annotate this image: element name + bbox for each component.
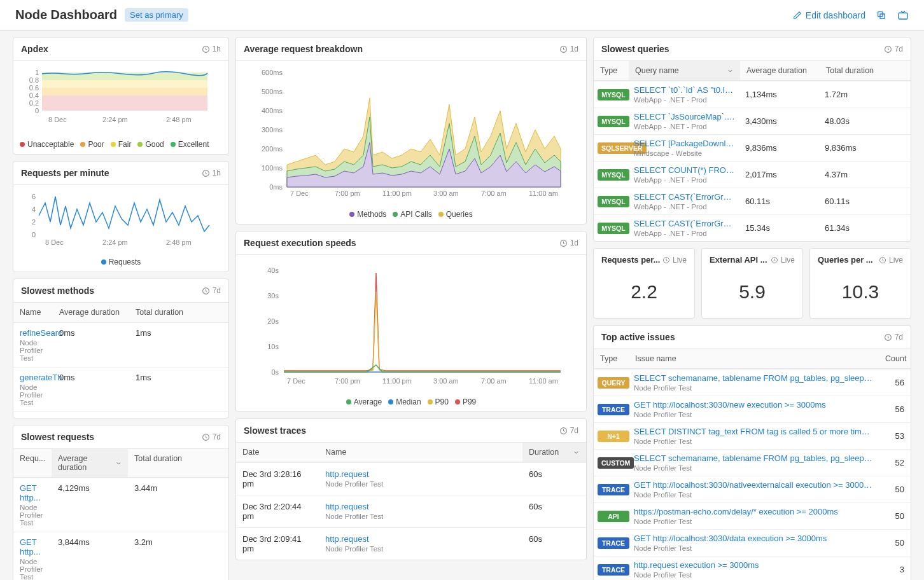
card-title: Slowest queries bbox=[601, 44, 669, 54]
svg-text:7:00 pm: 7:00 pm bbox=[335, 377, 360, 385]
svg-text:0.8: 0.8 bbox=[29, 76, 39, 84]
method-link[interactable]: doSlowTra bbox=[20, 417, 46, 418]
table-row[interactable]: MYSQL SELECT `t0`.`Id` AS "t0.Id" FRO...… bbox=[594, 81, 911, 107]
request-link[interactable]: GET http... bbox=[20, 483, 45, 502]
issue-badge: QUERY bbox=[598, 377, 629, 389]
slowest-methods-card: Slowest methods 7d Name Average duration… bbox=[13, 279, 229, 418]
table-row[interactable]: Dec 3rd 3:28:16 pm http.requestNode Prof… bbox=[236, 462, 586, 495]
table-row[interactable]: TRACE GET http://localhost:3030/new exec… bbox=[594, 396, 911, 422]
svg-text:8 Dec: 8 Dec bbox=[45, 238, 64, 246]
table-row[interactable]: N+1 SELECT DISTINCT tag_text FROM tag is… bbox=[594, 422, 911, 449]
query-link[interactable]: SELECT CAST(`ErrorGroup`.`Id... bbox=[634, 219, 735, 228]
request-link[interactable]: GET http... bbox=[20, 537, 45, 556]
issue-link[interactable]: https://postman-echo.com/delay/* executi… bbox=[634, 507, 874, 516]
table-row[interactable]: doSlowTra bbox=[13, 411, 228, 418]
breakdown-chart[interactable]: 600ms 500ms 400ms 300ms 200ms 100ms 0ms … bbox=[242, 66, 580, 200]
issue-link[interactable]: SELECT schemaname, tablename FROM pg_tab… bbox=[634, 373, 874, 383]
query-link[interactable]: SELECT CAST(`ErrorGroup`.`Id... bbox=[634, 192, 735, 202]
clock-icon bbox=[202, 45, 210, 53]
svg-text:2:48 pm: 2:48 pm bbox=[166, 238, 192, 246]
table-row[interactable]: MYSQL SELECT `JsSourceMap`.`Id` AS ...We… bbox=[594, 107, 911, 134]
table-row[interactable]: CUSTOM SELECT schemaname, tablename FROM… bbox=[594, 449, 911, 476]
legend-item: Fair bbox=[111, 140, 132, 149]
table-row[interactable]: API https://postman-echo.com/delay/* exe… bbox=[594, 502, 911, 529]
metric-value: 10.3 bbox=[810, 271, 911, 318]
legend-item: Excellent bbox=[171, 140, 209, 149]
svg-text:0.6: 0.6 bbox=[29, 84, 39, 92]
clock-icon bbox=[559, 45, 568, 53]
time-range[interactable]: 7d bbox=[202, 286, 221, 295]
time-range[interactable]: 1d bbox=[559, 45, 578, 53]
avg-breakdown-card: Average request breakdown 1d 600ms 500ms… bbox=[235, 37, 587, 224]
table-row[interactable]: GET http...Node Profiler Test 4,129ms 3.… bbox=[13, 478, 228, 532]
table-row[interactable]: GET http...Node Profiler Test 3,844ms 3.… bbox=[13, 532, 228, 580]
query-link[interactable]: SELECT `JsSourceMap`.`Id` AS ... bbox=[634, 112, 735, 121]
sort-column[interactable]: Query name bbox=[629, 61, 740, 81]
card-title: Top active issues bbox=[601, 332, 675, 342]
external-api-metric: External API ... Live 5.9 bbox=[701, 248, 803, 319]
svg-text:2:24 pm: 2:24 pm bbox=[102, 238, 128, 246]
apdex-chart[interactable]: 1 0.8 0.6 0.4 0.2 0 8 Dec 2:24 pm 2:48 p… bbox=[20, 66, 211, 130]
table-row[interactable]: MYSQL SELECT COUNT(*) FROM `Error...WebA… bbox=[594, 161, 911, 188]
time-range[interactable]: 7d bbox=[884, 333, 903, 342]
time-range[interactable]: 7d bbox=[202, 432, 221, 441]
table-row[interactable]: TRACE GET http://localhost:3030/nativeex… bbox=[594, 476, 911, 502]
method-link[interactable]: refineSearc bbox=[20, 328, 46, 338]
time-range[interactable]: 7d bbox=[559, 426, 578, 435]
query-link[interactable]: SELECT `t0`.`Id` AS "t0.Id" FRO... bbox=[634, 85, 735, 95]
method-link[interactable]: generateTh bbox=[20, 373, 46, 382]
svg-text:7:00 am: 7:00 am bbox=[481, 190, 507, 197]
table-header: Date Name Duration bbox=[236, 443, 586, 462]
query-link[interactable]: SELECT [PackageDownloadable]... bbox=[634, 139, 735, 148]
table-row[interactable]: generateThNode Profiler Test 0ms 1ms bbox=[13, 367, 228, 411]
time-range[interactable]: 1d bbox=[559, 238, 578, 247]
trace-link[interactable]: http.request bbox=[325, 534, 516, 544]
card-title: Slowest traces bbox=[244, 425, 306, 436]
query-link[interactable]: SELECT COUNT(*) FROM `Error... bbox=[634, 165, 735, 175]
legend-item: Average bbox=[346, 397, 382, 406]
svg-text:7:00 am: 7:00 am bbox=[481, 377, 507, 385]
legend-item: Good bbox=[137, 140, 164, 149]
table-header: Type Query name Average duration Total d… bbox=[594, 61, 911, 81]
issue-badge: TRACE bbox=[598, 484, 629, 495]
edit-dashboard-button[interactable]: Edit dashboard bbox=[793, 10, 865, 20]
issue-link[interactable]: GET http://localhost:3030/data execution… bbox=[634, 534, 874, 543]
legend-item: Poor bbox=[80, 140, 104, 149]
issue-link[interactable]: http.request execution >= 3000ms bbox=[634, 560, 874, 570]
table-row[interactable]: Dec 3rd 2:09:41 pm http.requestNode Prof… bbox=[236, 527, 586, 560]
time-range[interactable]: 7d bbox=[884, 45, 903, 53]
sort-column[interactable]: Duration bbox=[522, 443, 586, 462]
svg-text:0ms: 0ms bbox=[269, 183, 283, 191]
metric-label: Requests per... bbox=[601, 255, 660, 265]
svg-text:7 Dec: 7 Dec bbox=[287, 377, 305, 385]
tv-icon[interactable] bbox=[897, 10, 909, 21]
card-title: Request execution speeds bbox=[244, 238, 356, 248]
clock-icon bbox=[202, 433, 210, 441]
table-row[interactable]: TRACE GET http://localhost:3030/data exe… bbox=[594, 529, 911, 556]
svg-text:0.4: 0.4 bbox=[29, 92, 39, 99]
trace-link[interactable]: http.request bbox=[325, 502, 516, 511]
table-row[interactable]: SQLSERVER SELECT [PackageDownloadable]..… bbox=[594, 134, 911, 161]
live-indicator: Live bbox=[879, 256, 903, 265]
issue-link[interactable]: SELECT DISTINCT tag_text FROM tag is cal… bbox=[634, 427, 874, 436]
time-range[interactable]: 1h bbox=[202, 169, 221, 177]
exec-speeds-chart[interactable]: 40s 30s 20s 10s 0s 7 Dec 7:00 pm 11:00 p… bbox=[242, 260, 580, 387]
table-row[interactable]: MYSQL SELECT CAST(`ErrorGroup`.`Id...Web… bbox=[594, 188, 911, 214]
table-row[interactable]: QUERY SELECT schemaname, tablename FROM … bbox=[594, 369, 911, 396]
sort-column[interactable]: Average duration bbox=[52, 449, 128, 478]
rpm-chart[interactable]: 6 4 2 0 8 Dec 2:24 pm 2:48 pm bbox=[20, 190, 211, 247]
issue-link[interactable]: GET http://localhost:3030/new execution … bbox=[634, 400, 874, 410]
table-row[interactable]: refineSearcNode Profiler Test 0ms 1ms bbox=[13, 322, 228, 367]
issue-link[interactable]: SELECT schemaname, tablename FROM pg_tab… bbox=[634, 453, 874, 463]
time-range[interactable]: 1h bbox=[202, 45, 221, 53]
issue-link[interactable]: GET http://localhost:3030/nativeexternal… bbox=[634, 480, 874, 490]
svg-text:500ms: 500ms bbox=[262, 88, 283, 95]
copy-icon[interactable] bbox=[876, 10, 887, 21]
issue-badge: N+1 bbox=[598, 431, 629, 442]
trace-link[interactable]: http.request bbox=[325, 469, 516, 479]
set-primary-button[interactable]: Set as primary bbox=[125, 8, 188, 22]
table-row[interactable]: TRACE http.request execution >= 3000msNo… bbox=[594, 556, 911, 580]
table-row[interactable]: Dec 3rd 2:20:44 pm http.requestNode Prof… bbox=[236, 495, 586, 527]
svg-text:10s: 10s bbox=[267, 343, 279, 350]
table-row[interactable]: MYSQL SELECT CAST(`ErrorGroup`.`Id...Web… bbox=[594, 214, 911, 241]
